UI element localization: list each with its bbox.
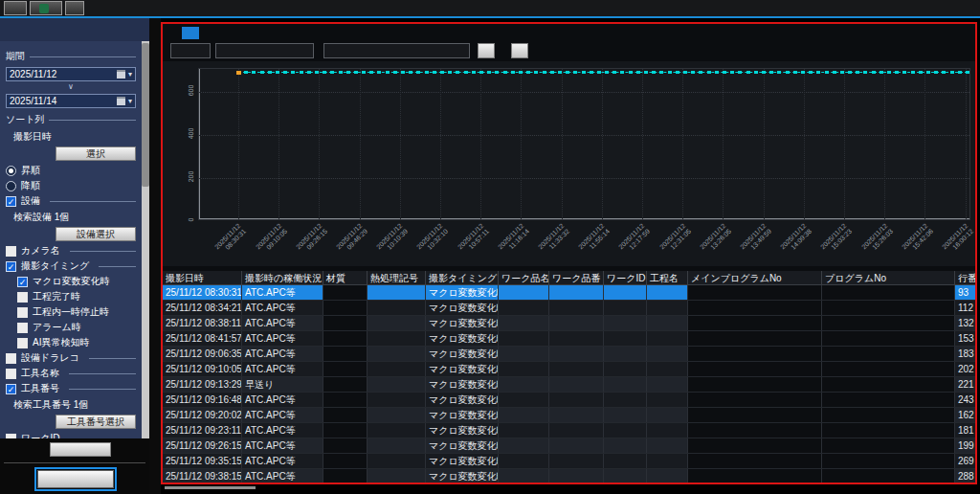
- chart-point[interactable]: [676, 71, 679, 74]
- table-row[interactable]: 25/11/12 09:06:35ATC.APC等マクロ変数変化時183: [163, 347, 975, 362]
- filter-checkbox-row[interactable]: カメラ名: [6, 245, 136, 257]
- column-header[interactable]: ワーク品名: [499, 271, 549, 284]
- checkbox-icon[interactable]: [17, 292, 28, 303]
- checkbox-icon[interactable]: [6, 353, 16, 364]
- calendar-icon[interactable]: [117, 70, 125, 79]
- chart-point[interactable]: [934, 71, 938, 74]
- radio-icon[interactable]: [6, 181, 16, 191]
- scrollbar-thumb[interactable]: [142, 43, 149, 187]
- table-row[interactable]: 25/11/12 09:35:15ATC.APC等マクロ変数変化時269: [163, 454, 975, 469]
- chart-point[interactable]: [393, 71, 397, 74]
- selected-chart-point[interactable]: [236, 71, 241, 75]
- chart-point[interactable]: [330, 71, 334, 74]
- chart-point[interactable]: [354, 71, 358, 74]
- filter-checkbox-row[interactable]: 設備ドラレコ: [6, 352, 136, 364]
- chart-point[interactable]: [801, 71, 805, 74]
- chart-point[interactable]: [715, 71, 719, 74]
- chart-point[interactable]: [769, 71, 773, 74]
- chart-point[interactable]: [377, 71, 381, 74]
- chart-point[interactable]: [683, 71, 687, 74]
- column-header[interactable]: 工程名: [647, 271, 688, 284]
- sidebar-select-button[interactable]: 設備選択: [56, 227, 136, 241]
- filter-checkbox-row[interactable]: 工程完了時: [17, 291, 136, 303]
- filter-checkbox-row[interactable]: ✓マクロ変数変化時: [17, 276, 136, 287]
- column-header[interactable]: ワークID: [604, 271, 647, 284]
- chart-point[interactable]: [833, 71, 836, 74]
- chart-point[interactable]: [291, 71, 295, 74]
- filter-checkbox-row[interactable]: 工具名称: [6, 368, 136, 379]
- chart-point[interactable]: [926, 71, 930, 74]
- chart-point[interactable]: [573, 71, 577, 74]
- chart-point[interactable]: [942, 71, 946, 74]
- filter-checkbox-row[interactable]: ✓撮影タイミング: [6, 260, 136, 272]
- checkbox-icon[interactable]: ✓: [6, 196, 16, 207]
- chart-point[interactable]: [966, 71, 969, 74]
- chart-point[interactable]: [644, 71, 648, 74]
- chart-point[interactable]: [707, 71, 711, 74]
- date-input[interactable]: 2025/11/14▾: [6, 94, 136, 108]
- chart-point[interactable]: [809, 71, 813, 74]
- column-header[interactable]: 熱処理記号: [368, 271, 426, 284]
- radio-icon[interactable]: [6, 166, 16, 176]
- chart-point[interactable]: [315, 71, 319, 74]
- chart-point[interactable]: [558, 71, 562, 74]
- column-display-settings-button[interactable]: [4, 1, 27, 15]
- chart-point[interactable]: [872, 71, 876, 74]
- chart-point[interactable]: [620, 71, 624, 74]
- column-header[interactable]: メインプログラムNo: [688, 271, 822, 284]
- column-header[interactable]: ワーク品番: [549, 271, 604, 284]
- chart-point[interactable]: [636, 71, 640, 74]
- column-header[interactable]: 撮影日時: [163, 271, 242, 284]
- chart-point[interactable]: [612, 71, 616, 74]
- graph-type-select[interactable]: [170, 43, 211, 58]
- date-input[interactable]: 2025/11/12▾: [6, 67, 136, 81]
- filter-checkbox-row[interactable]: ✓設備: [6, 195, 136, 207]
- sidebar-select-button[interactable]: 選択: [56, 146, 136, 161]
- sidebar-scrollbar[interactable]: [142, 41, 149, 438]
- chart-point[interactable]: [895, 71, 899, 74]
- chart-point[interactable]: [840, 71, 844, 74]
- column-header[interactable]: 撮影時の稼働状況: [242, 271, 323, 284]
- table-row[interactable]: 25/11/12 08:38:11ATC.APC等マクロ変数変化時132: [163, 316, 975, 331]
- sort-order-radio[interactable]: 降順: [6, 180, 136, 191]
- chart-point[interactable]: [386, 71, 390, 74]
- chart-point[interactable]: [276, 71, 279, 74]
- checkbox-icon[interactable]: [17, 307, 28, 318]
- chart-point[interactable]: [825, 71, 829, 74]
- checkbox-icon[interactable]: [6, 246, 16, 257]
- chart-point[interactable]: [472, 71, 476, 74]
- table-row[interactable]: 25/11/12 09:16:48ATC.APC等マクロ変数変化時243: [163, 393, 975, 408]
- chart-point[interactable]: [723, 71, 726, 74]
- checkbox-icon[interactable]: [17, 338, 28, 348]
- refresh-button[interactable]: [37, 470, 114, 488]
- chart-point[interactable]: [762, 71, 766, 74]
- chart-point[interactable]: [416, 71, 420, 74]
- chart-point[interactable]: [503, 71, 507, 74]
- clear-conditions-button[interactable]: [50, 442, 111, 457]
- chart-point[interactable]: [464, 71, 468, 74]
- chart-point[interactable]: [856, 71, 859, 74]
- chart-point[interactable]: [786, 71, 790, 74]
- table-row[interactable]: 25/11/12 09:10:05ATC.APC等マクロ変数変化時202: [163, 362, 975, 377]
- x-axis-select[interactable]: [215, 43, 314, 58]
- chart-point[interactable]: [519, 71, 523, 74]
- chart-point[interactable]: [880, 71, 883, 74]
- chart-point[interactable]: [511, 71, 515, 74]
- checkbox-icon[interactable]: [17, 323, 28, 333]
- current-page-button[interactable]: [182, 27, 199, 39]
- chart-point[interactable]: [950, 71, 954, 74]
- chart-point[interactable]: [919, 71, 923, 74]
- chart-point[interactable]: [534, 71, 538, 74]
- batch-export-button[interactable]: [65, 1, 84, 15]
- chart-point[interactable]: [754, 71, 758, 74]
- filter-checkbox-row[interactable]: 工程内一時停止時: [17, 306, 136, 318]
- table-row[interactable]: 25/11/12 09:20:02ATC.APC等マクロ変数変化時162: [163, 408, 975, 423]
- chart-point[interactable]: [887, 71, 891, 74]
- chart-point[interactable]: [300, 71, 303, 74]
- chart-point[interactable]: [409, 71, 412, 74]
- chart-point[interactable]: [738, 71, 742, 74]
- chart-point[interactable]: [848, 71, 852, 74]
- chart-point[interactable]: [730, 71, 734, 74]
- chart-point[interactable]: [323, 71, 326, 74]
- checkbox-icon[interactable]: ✓: [6, 384, 16, 394]
